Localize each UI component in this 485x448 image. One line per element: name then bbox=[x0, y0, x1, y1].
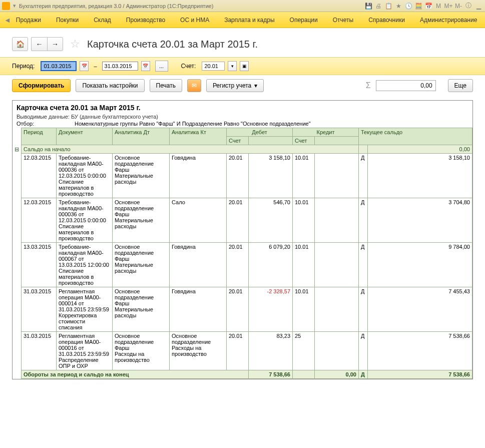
cell-credit-acct: 10.01 bbox=[293, 243, 315, 287]
col-debit-acct: Счет bbox=[227, 137, 249, 145]
date-from-input[interactable] bbox=[41, 61, 77, 71]
cell-debit-amt: 83,23 bbox=[249, 332, 293, 370]
collapse-icon[interactable]: ⊟ bbox=[13, 145, 22, 154]
filter-label: Отбор: bbox=[17, 121, 75, 127]
col-adt: Аналитика Дт bbox=[113, 128, 170, 145]
col-doc: Документ bbox=[57, 128, 113, 145]
table-row[interactable]: 12.03.2015Требование-накладная МА00-0000… bbox=[13, 198, 472, 243]
cell-credit-acct: 25 bbox=[293, 332, 315, 370]
dropdown-icon[interactable]: ▾ bbox=[13, 3, 16, 9]
cell-debit-amt: -2 328,57 bbox=[249, 287, 293, 332]
menu-back-icon[interactable]: ◄ bbox=[4, 16, 11, 24]
register-button[interactable]: Регистр учета▾ bbox=[206, 79, 264, 92]
col-period: Период bbox=[22, 128, 57, 145]
date-to-calendar-icon[interactable]: 📅 bbox=[141, 61, 150, 71]
cell-credit-amt bbox=[315, 243, 359, 287]
cell-debit-acct: 20.01 bbox=[227, 287, 249, 332]
col-credit: Кредит bbox=[293, 128, 359, 137]
cell-adt: Основное подразделение Фарш Материальные… bbox=[113, 154, 170, 198]
print-icon[interactable]: 🖨 bbox=[374, 2, 383, 11]
menu-reports[interactable]: Отчеты bbox=[333, 17, 353, 24]
cell-credit-amt bbox=[315, 287, 359, 332]
titlebar: ▾ Бухгалтерия предприятия, редакция 3.0 … bbox=[0, 0, 485, 12]
sum-input[interactable] bbox=[376, 80, 436, 91]
forward-button[interactable]: → bbox=[47, 37, 63, 51]
info-icon[interactable]: ⓘ bbox=[464, 2, 473, 11]
cell-credit-acct: 10.01 bbox=[293, 198, 315, 243]
totals-side: Д bbox=[359, 370, 368, 379]
account-input[interactable] bbox=[202, 62, 225, 71]
table-row[interactable]: 31.03.2015Регламентная операция МА00-000… bbox=[13, 332, 472, 370]
m-minus-icon[interactable]: M- bbox=[454, 2, 463, 11]
menu-payroll[interactable]: Зарплата и кадры bbox=[224, 17, 274, 24]
cell-debit-acct: 20.01 bbox=[227, 243, 249, 287]
m-plus-icon[interactable]: M+ bbox=[444, 2, 453, 11]
save-icon[interactable]: 💾 bbox=[364, 2, 373, 11]
page-title: Карточка счета 20.01 за Март 2015 г. bbox=[87, 39, 258, 50]
date-from-calendar-icon[interactable]: 📅 bbox=[80, 61, 89, 71]
date-to-input[interactable] bbox=[102, 62, 138, 71]
cell-doc: Требование-накладная МА00-000036 от 12.0… bbox=[57, 154, 113, 198]
saldo-start-label: Сальдо на начало bbox=[22, 145, 359, 154]
minimize-icon[interactable]: ▁ bbox=[474, 2, 483, 11]
favorite-star-icon[interactable]: ☆ bbox=[70, 38, 80, 51]
table-row[interactable]: 12.03.2015Требование-накладная МА00-0000… bbox=[13, 154, 472, 198]
cell-debit-acct: 20.01 bbox=[227, 198, 249, 243]
show-settings-button[interactable]: Показать настройки bbox=[76, 79, 144, 92]
cell-adt: Основное подразделение Фарш Материальные… bbox=[113, 243, 170, 287]
cell-balance: 3 158,10 bbox=[368, 154, 472, 198]
history-icon[interactable]: 🕓 bbox=[404, 2, 413, 11]
cell-credit-amt bbox=[315, 332, 359, 370]
menu-purchases[interactable]: Покупки bbox=[56, 17, 79, 24]
menu-operations[interactable]: Операции bbox=[290, 17, 318, 24]
cell-side: Д bbox=[359, 243, 368, 287]
action-toolbar: Сформировать Показать настройки Печать ✉… bbox=[0, 75, 485, 96]
saldo-start-value: 0,00 bbox=[368, 145, 472, 154]
cell-balance: 7 538,66 bbox=[368, 332, 472, 370]
cell-credit-amt bbox=[315, 154, 359, 198]
menu-admin[interactable]: Администрирование bbox=[420, 17, 477, 24]
period-toolbar: Период: 📅 – 📅 ... Счет: ▾ ▣ bbox=[0, 57, 485, 75]
calendar-icon[interactable]: 📅 bbox=[424, 2, 433, 11]
dash: – bbox=[94, 63, 97, 69]
totals-credit: 0,00 bbox=[315, 370, 359, 379]
menu-warehouse[interactable]: Склад bbox=[94, 17, 111, 24]
period-select-button[interactable]: ... bbox=[155, 61, 168, 72]
col-credit-acct: Счет bbox=[293, 137, 315, 145]
report-title: Карточка счета 20.01 за Март 2015 г. bbox=[17, 104, 468, 112]
table-row[interactable]: 13.03.2015Требование-накладная МА00-0000… bbox=[13, 243, 472, 287]
home-button[interactable]: 🏠 bbox=[12, 37, 28, 51]
data-label: Выводимые данные: bbox=[17, 114, 70, 120]
account-label: Счет: bbox=[181, 63, 196, 70]
account-dropdown-icon[interactable]: ▾ bbox=[228, 61, 237, 71]
clipboard-icon[interactable]: 📋 bbox=[384, 2, 393, 11]
back-button[interactable]: ← bbox=[31, 37, 47, 51]
cell-period: 12.03.2015 bbox=[22, 154, 57, 198]
col-balance: Текущее сальдо bbox=[359, 128, 472, 145]
menu-catalogs[interactable]: Справочники bbox=[368, 17, 405, 24]
cell-credit-acct: 10.01 bbox=[293, 154, 315, 198]
favorite-icon[interactable]: ★ bbox=[394, 2, 403, 11]
generate-button[interactable]: Сформировать bbox=[12, 79, 71, 92]
account-open-icon[interactable]: ▣ bbox=[240, 61, 249, 71]
period-label: Период: bbox=[12, 63, 35, 70]
print-button[interactable]: Печать bbox=[150, 79, 182, 92]
cell-akt: Говядина bbox=[170, 154, 227, 198]
cell-akt: Говядина bbox=[170, 287, 227, 332]
totals-label: Обороты за период и сальдо на конец bbox=[22, 370, 249, 379]
cell-debit-amt: 3 158,10 bbox=[249, 154, 293, 198]
menu-production[interactable]: Производство bbox=[126, 17, 165, 24]
calculator-icon[interactable]: 🧮 bbox=[414, 2, 423, 11]
m-icon[interactable]: M bbox=[434, 2, 443, 11]
cell-doc: Требование-накладная МА00-000036 от 12.0… bbox=[57, 198, 113, 243]
cell-adt: Основное подразделение Фарш Материальные… bbox=[113, 198, 170, 243]
sigma-icon: Σ bbox=[366, 81, 371, 90]
cell-period: 31.03.2015 bbox=[22, 332, 57, 370]
menu-sales[interactable]: Продажи bbox=[16, 17, 41, 24]
menu-assets[interactable]: ОС и НМА bbox=[180, 17, 209, 24]
table-row[interactable]: 31.03.2015Регламентная операция МА00-000… bbox=[13, 287, 472, 332]
mail-button[interactable]: ✉ bbox=[187, 79, 201, 92]
main-menu: ◄ Продажи Покупки Склад Производство ОС … bbox=[0, 12, 485, 28]
more-button[interactable]: Еще bbox=[448, 79, 473, 92]
cell-balance: 9 784,00 bbox=[368, 243, 472, 287]
